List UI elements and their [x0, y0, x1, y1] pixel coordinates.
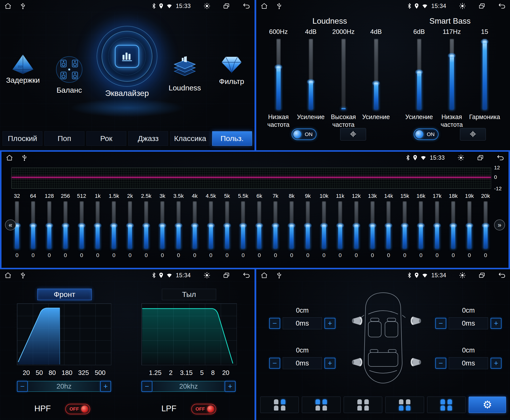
listening-position-preset-button[interactable] — [385, 397, 424, 413]
slider-track[interactable] — [309, 39, 313, 110]
back-icon[interactable] — [243, 272, 250, 278]
lpf-toggle[interactable]: OFF — [191, 404, 216, 414]
home-icon[interactable] — [261, 272, 268, 279]
band-slider[interactable] — [354, 201, 358, 249]
band-slider[interactable] — [484, 201, 488, 249]
settings-button[interactable]: ⚙ — [469, 397, 506, 413]
slider-track[interactable] — [483, 39, 487, 110]
slider-track[interactable] — [276, 39, 281, 110]
band-slider[interactable] — [322, 201, 326, 249]
delay-plus-button[interactable]: + — [324, 318, 335, 329]
eq-preset-tab[interactable]: Классика — [170, 131, 210, 146]
back-icon[interactable] — [497, 155, 504, 161]
band-value: 0 — [128, 252, 131, 259]
slider-track[interactable] — [341, 39, 346, 110]
eq-preset-tab[interactable]: Джазз — [128, 131, 168, 146]
listening-position-preset-button[interactable] — [427, 397, 466, 413]
channel-tab[interactable]: Фронт — [37, 289, 92, 300]
band-slider[interactable] — [177, 201, 181, 249]
band-slider[interactable] — [241, 201, 245, 249]
band-slider[interactable] — [225, 201, 229, 249]
hpf-minus-button[interactable]: − — [17, 381, 28, 392]
band-slider[interactable] — [31, 201, 35, 249]
band-slider[interactable] — [128, 201, 132, 249]
brightness-icon[interactable] — [459, 272, 466, 279]
band-slider[interactable] — [273, 201, 277, 249]
delay-minus-button[interactable]: − — [435, 318, 446, 329]
band-slider[interactable] — [451, 201, 455, 249]
delay-minus-button[interactable]: − — [269, 358, 280, 369]
eq-preset-tab[interactable]: Польз. — [212, 131, 252, 146]
band-slider[interactable] — [371, 201, 375, 249]
recent-apps-icon[interactable] — [477, 155, 484, 161]
band-slider[interactable] — [290, 201, 294, 249]
listening-position-preset-button[interactable] — [260, 397, 299, 413]
delay-plus-button[interactable]: + — [324, 358, 335, 369]
slider-track[interactable] — [450, 39, 454, 110]
home-icon[interactable] — [261, 3, 268, 9]
eq-band: 4.5k 0 — [205, 193, 216, 259]
back-icon[interactable] — [498, 272, 506, 278]
band-slider[interactable] — [419, 201, 423, 249]
brightness-icon[interactable] — [204, 272, 210, 279]
brightness-icon[interactable] — [204, 3, 210, 9]
band-slider[interactable] — [435, 201, 439, 249]
back-icon[interactable] — [498, 3, 506, 9]
band-slider[interactable] — [96, 201, 100, 249]
band-slider[interactable] — [144, 201, 148, 249]
recent-apps-icon[interactable] — [479, 272, 485, 278]
eq-preset-tab[interactable]: Рок — [86, 131, 126, 146]
band-slider[interactable] — [64, 201, 67, 249]
menu-item-delays[interactable]: 010 Задержки — [7, 54, 39, 84]
band-fill — [96, 225, 100, 249]
menu-item-equalizer[interactable] — [97, 26, 157, 87]
smartbass-tune-button[interactable] — [460, 128, 486, 140]
home-icon[interactable] — [6, 154, 13, 161]
brightness-icon[interactable] — [459, 3, 466, 9]
band-slider[interactable] — [47, 201, 51, 249]
slider-value: 117Hz — [443, 28, 461, 36]
delay-plus-button[interactable]: + — [491, 358, 502, 369]
recent-apps-icon[interactable] — [223, 272, 230, 278]
band-slider[interactable] — [160, 201, 164, 249]
loudness-tune-button[interactable] — [340, 128, 366, 140]
brightness-icon[interactable] — [458, 154, 464, 161]
band-slider[interactable] — [306, 201, 310, 249]
band-slider[interactable] — [80, 201, 84, 249]
menu-item-balance[interactable]: Баланс — [53, 56, 85, 94]
prev-page-button[interactable]: « — [5, 219, 16, 230]
next-page-button[interactable]: » — [494, 219, 505, 230]
eq-preset-tab[interactable]: Плоский — [2, 131, 42, 146]
band-slider[interactable] — [403, 201, 407, 249]
eq-preset-tab[interactable]: Поп — [44, 131, 84, 146]
band-slider[interactable] — [338, 201, 342, 249]
lpf-plus-button[interactable]: + — [225, 381, 236, 392]
back-icon[interactable] — [243, 3, 250, 9]
slider-track[interactable] — [417, 39, 421, 110]
slider-track[interactable] — [374, 39, 378, 110]
delay-minus-button[interactable]: − — [269, 318, 280, 329]
menu-item-filter[interactable]: Фильтр — [215, 54, 248, 86]
band-frequency: 8k — [289, 193, 295, 199]
smartbass-toggle[interactable]: ON — [414, 129, 439, 140]
channel-tab[interactable]: Тыл — [162, 289, 216, 300]
listening-position-preset-button[interactable] — [344, 397, 382, 413]
band-slider[interactable] — [467, 201, 471, 249]
band-slider[interactable] — [193, 201, 197, 249]
delay-plus-button[interactable]: + — [491, 318, 502, 329]
hpf-plus-button[interactable]: + — [100, 381, 111, 392]
band-slider[interactable] — [209, 201, 213, 249]
lpf-minus-button[interactable]: − — [141, 381, 152, 392]
recent-apps-icon[interactable] — [479, 3, 485, 9]
band-slider[interactable] — [386, 201, 390, 249]
loudness-toggle[interactable]: ON — [292, 129, 317, 140]
hpf-toggle[interactable]: OFF — [65, 404, 90, 414]
home-icon[interactable] — [4, 3, 11, 9]
listening-position-preset-button[interactable] — [302, 397, 340, 413]
menu-item-loudness[interactable]: Loudness — [169, 56, 201, 92]
delay-minus-button[interactable]: − — [435, 358, 446, 369]
home-icon[interactable] — [4, 272, 11, 279]
recent-apps-icon[interactable] — [223, 3, 230, 9]
band-slider[interactable] — [112, 201, 116, 249]
band-slider[interactable] — [257, 201, 261, 249]
